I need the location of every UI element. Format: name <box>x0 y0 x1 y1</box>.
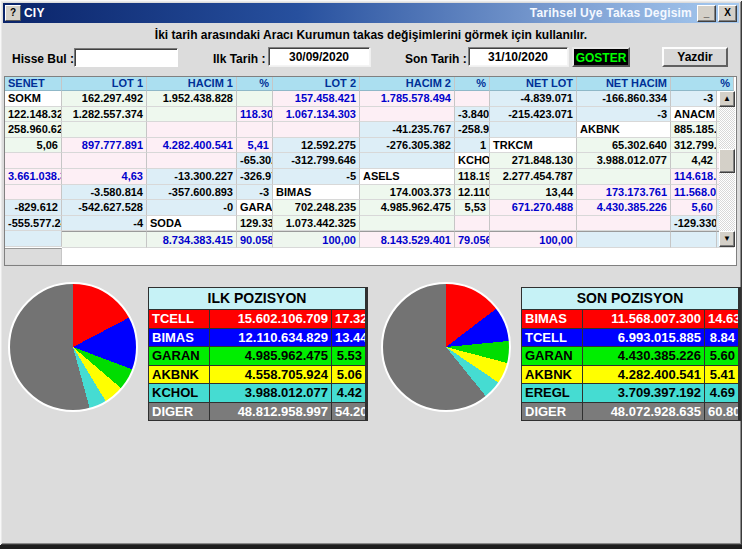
value-cell <box>237 122 273 138</box>
goster-button[interactable]: GOSTER <box>572 47 630 67</box>
value-cell: 885.185.616 <box>671 122 717 138</box>
window-title-right: Tarihsel Uye Takas Degisim <box>530 6 692 20</box>
position-value: 4.430.385.226 <box>583 347 704 365</box>
value-cell: -13.300.227 <box>147 169 237 185</box>
value-cell: -542.627.528 <box>62 200 147 216</box>
position-percent: 8.84 <box>705 329 738 347</box>
value-cell: 12.592.275 <box>273 138 360 154</box>
position-percent: 17.32 <box>332 310 365 328</box>
value-cell: 5,60 <box>671 200 717 216</box>
value-cell: 1.067.134.303 <box>273 107 360 123</box>
total-cell: 79.056.134.782 <box>455 231 490 248</box>
window-title-left: CIY <box>24 6 45 20</box>
senet-cell: AKBNK <box>577 122 671 138</box>
position-symbol: BIMAS <box>522 310 582 328</box>
value-cell: -312.799.646 <box>273 153 360 169</box>
ilk-tarih-field[interactable]: 30/09/2020 <box>268 47 370 66</box>
help-icon[interactable]: ? <box>5 5 21 21</box>
value-cell: -4.839.071 <box>490 91 577 107</box>
position-percent: 5.60 <box>705 347 738 365</box>
value-cell: -3 <box>671 91 717 107</box>
senet-cell: ASELS <box>360 169 455 185</box>
total-cell: 8.734.383.415 <box>147 231 237 248</box>
value-cell <box>360 153 455 169</box>
column-header: NET HACIM <box>577 77 671 91</box>
value-cell: 897.777.891 <box>62 138 147 154</box>
senet-cell: KCHOL <box>455 153 490 169</box>
position-symbol: TCELL <box>149 310 209 328</box>
yazdir-button[interactable]: Yazdir <box>662 47 728 67</box>
title-bar: ? CIY Tarihsel Uye Takas Degisim _ X <box>3 3 739 23</box>
value-cell: 312.799.646 <box>671 138 717 154</box>
position-value: 48.812.958.997 <box>210 403 331 421</box>
close-button[interactable]: X <box>718 5 737 22</box>
scrollbar-thumb[interactable] <box>719 149 735 173</box>
value-cell: 1.073.442.325 <box>273 216 360 232</box>
total-cell <box>577 231 671 248</box>
value-cell: 173.173.761 <box>577 185 671 201</box>
value-cell: -3.840.749 <box>455 107 490 123</box>
total-cell <box>671 231 717 248</box>
column-header: SENET <box>5 77 62 91</box>
position-value: 4.985.962.475 <box>210 347 331 365</box>
senet-cell: SODA <box>147 216 237 232</box>
total-cell: 90.058.381.013 <box>237 231 273 248</box>
ilk-pozisyon-pie-chart <box>8 282 138 412</box>
value-cell: 5,53 <box>455 200 490 216</box>
ilk-tarih-label: Ilk Tarih : <box>213 52 265 66</box>
position-symbol: TCELL <box>522 329 582 347</box>
value-cell: 271.848.130 <box>490 153 577 169</box>
value-cell: 702.248.235 <box>273 200 360 216</box>
position-symbol: BIMAS <box>149 329 209 347</box>
value-cell: 1.785.578.494 <box>360 91 455 107</box>
ilk-pozisyon-table: ILK POZISYON TCELL15.602.106.70917.32BIM… <box>148 287 368 421</box>
vertical-scrollbar[interactable]: ▲ ▼ <box>719 91 735 247</box>
position-value: 48.072.928.635 <box>583 403 704 421</box>
value-cell <box>455 216 490 232</box>
value-cell: -129.330.400 <box>671 216 717 232</box>
column-header: % <box>455 77 490 91</box>
minimize-button[interactable]: _ <box>697 5 716 22</box>
senet-cell: TRKCM <box>490 138 577 154</box>
value-cell: 118.307.572 <box>237 107 273 123</box>
value-cell: 174.003.373 <box>360 185 455 201</box>
value-cell <box>147 107 237 123</box>
value-cell <box>577 216 671 232</box>
value-cell <box>490 216 577 232</box>
senet-cell: ANACM <box>671 107 717 123</box>
value-cell: -5 <box>273 169 360 185</box>
scroll-up-button[interactable]: ▲ <box>719 91 735 107</box>
value-cell: 162.297.492 <box>62 91 147 107</box>
value-cell: -326.973.760 <box>237 169 273 185</box>
app-window: ? CIY Tarihsel Uye Takas Degisim _ X İki… <box>0 0 742 545</box>
position-percent: 5.53 <box>332 347 365 365</box>
position-percent: 54.20 <box>332 403 365 421</box>
value-cell: 157.458.421 <box>273 91 360 107</box>
value-cell: -65.302.640 <box>237 153 273 169</box>
position-percent: 5.06 <box>332 366 365 384</box>
value-cell <box>62 153 147 169</box>
value-cell: 122.148.321 <box>5 107 62 123</box>
value-cell <box>455 91 490 107</box>
value-cell: 13,44 <box>490 185 577 201</box>
value-cell: 4.430.385.226 <box>577 200 671 216</box>
position-percent: 4.42 <box>332 384 365 402</box>
son-tarih-label: Son Tarih : <box>405 52 467 66</box>
position-value: 12.110.634.829 <box>210 329 331 347</box>
hisse-bul-input[interactable] <box>74 48 178 67</box>
son-tarih-field[interactable]: 31/10/2020 <box>468 47 568 66</box>
value-cell <box>5 231 62 247</box>
value-cell: 1 <box>455 138 490 154</box>
position-symbol: KCHOL <box>149 384 209 402</box>
value-cell <box>490 122 577 138</box>
value-cell: -3 <box>237 185 273 201</box>
value-cell: 5,41 <box>237 138 273 154</box>
senet-cell: SOKM <box>5 91 62 107</box>
column-header: LOT 1 <box>62 77 147 91</box>
ilk-pozisyon-title: ILK POZISYON <box>149 288 365 309</box>
value-cell: -555.577.248 <box>5 216 62 232</box>
position-value: 11.568.007.300 <box>583 310 704 328</box>
scroll-down-button[interactable]: ▼ <box>719 231 735 247</box>
position-value: 6.993.015.885 <box>583 329 704 347</box>
total-cell <box>5 248 62 265</box>
